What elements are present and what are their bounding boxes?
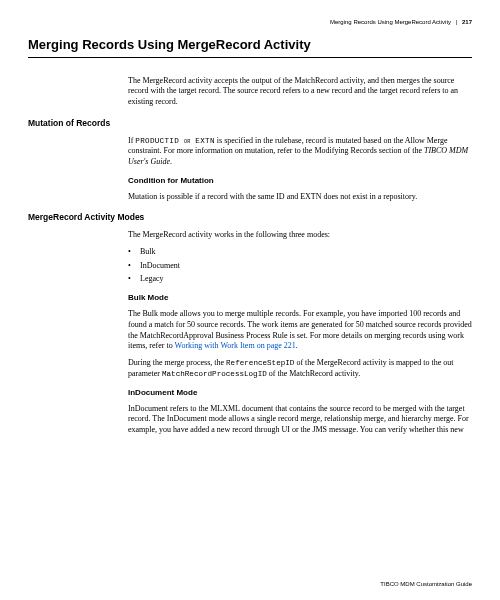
code-refstep: ReferenceStepID xyxy=(226,359,294,367)
indoc-text: InDocument refers to the MLXML document … xyxy=(128,404,472,436)
list-item: Legacy xyxy=(128,274,472,285)
mutation-code: PRODUCTID or EXTN xyxy=(135,137,214,145)
bulk-p2c: of the MatchRecord activity. xyxy=(267,369,360,378)
list-item: Bulk xyxy=(128,247,472,258)
condition-heading: Condition for Mutation xyxy=(128,176,472,187)
modes-intro: The MergeRecord activity works in the fo… xyxy=(128,230,472,241)
bulk-p2: During the merge process, the ReferenceS… xyxy=(128,358,472,380)
running-header: Merging Records Using MergeRecord Activi… xyxy=(28,18,472,26)
condition-text: Mutation is possible if a record with th… xyxy=(128,192,472,203)
running-title: Merging Records Using MergeRecord Activi… xyxy=(330,19,451,25)
mutation-end: . xyxy=(170,157,172,166)
footer-text: TIBCO MDM Customization Guide xyxy=(380,580,472,588)
modes-block: The MergeRecord activity works in the fo… xyxy=(128,230,472,436)
bulk-p1: The Bulk mode allows you to merge multip… xyxy=(128,309,472,352)
modes-list: Bulk InDocument Legacy xyxy=(128,247,472,285)
code-matchlog: MatchRecordProcessLogID xyxy=(162,370,267,378)
page-title: Merging Records Using MergeRecord Activi… xyxy=(28,36,472,58)
bulk-heading: Bulk Mode xyxy=(128,293,472,304)
list-item: InDocument xyxy=(128,261,472,272)
header-divider: | xyxy=(456,19,458,25)
page-number: 217 xyxy=(462,19,472,25)
bulk-p1b: . xyxy=(296,341,298,350)
work-item-link[interactable]: Working with Work Item on page 221 xyxy=(175,341,296,350)
intro-text: The MergeRecord activity accepts the out… xyxy=(128,76,472,108)
bulk-p2a: During the merge process, the xyxy=(128,358,226,367)
mutation-text: If PRODUCTID or EXTN is specified in the… xyxy=(128,136,472,168)
mutation-heading: Mutation of Records xyxy=(28,118,472,129)
modes-heading: MergeRecord Activity Modes xyxy=(28,212,472,223)
intro-block: The MergeRecord activity accepts the out… xyxy=(128,76,472,108)
indoc-heading: InDocument Mode xyxy=(128,388,472,399)
mutation-block: If PRODUCTID or EXTN is specified in the… xyxy=(128,136,472,203)
